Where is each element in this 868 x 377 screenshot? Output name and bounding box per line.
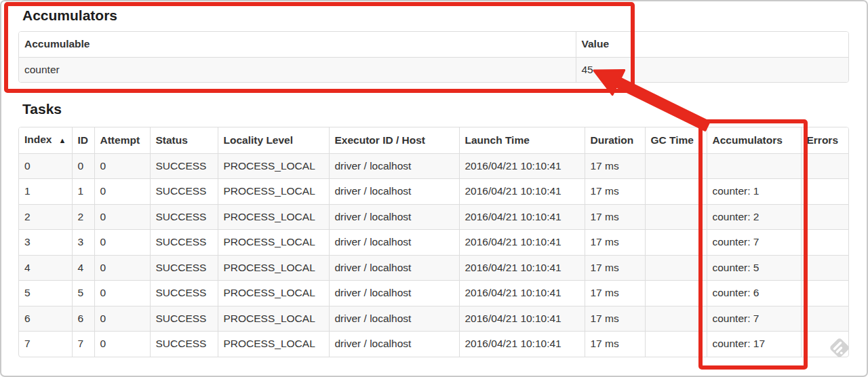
accumulable-column-header[interactable]: Accumulable bbox=[19, 32, 576, 57]
task-cell-executor-id-host: driver / localhost bbox=[329, 281, 459, 306]
task-cell-attempt: 0 bbox=[94, 281, 150, 306]
task-cell-locality-level: PROCESS_LOCAL bbox=[218, 255, 329, 281]
accumulators-column-header[interactable]: Accumulators bbox=[707, 127, 801, 153]
task-row: 440SUCCESSPROCESS_LOCALdriver / localhos… bbox=[19, 255, 848, 281]
task-cell-accumulators: counter: 1 bbox=[707, 179, 801, 205]
task-row: 770SUCCESSPROCESS_LOCALdriver / localhos… bbox=[19, 332, 848, 357]
task-cell-duration: 17 ms bbox=[585, 204, 645, 230]
task-cell-gc-time bbox=[645, 153, 707, 179]
task-cell-duration: 17 ms bbox=[585, 306, 645, 332]
task-cell-index: 6 bbox=[19, 306, 72, 332]
task-cell-errors bbox=[801, 281, 848, 306]
task-cell-launch-time: 2016/04/21 10:10:41 bbox=[459, 281, 585, 306]
accumulators-header-row: Accumulable Value bbox=[19, 32, 848, 57]
sort-ascending-icon: ▲ bbox=[58, 136, 66, 144]
accumulator-row: counter 45 bbox=[19, 57, 848, 82]
accumulators-table: Accumulable Value counter 45 bbox=[18, 31, 849, 83]
task-cell-duration: 17 ms bbox=[585, 332, 645, 357]
task-cell-attempt: 0 bbox=[94, 255, 150, 281]
locality-level-column-header[interactable]: Locality Level bbox=[218, 127, 329, 153]
task-cell-accumulators: counter: 5 bbox=[707, 255, 801, 281]
task-cell-id: 2 bbox=[72, 204, 94, 230]
task-cell-id: 7 bbox=[72, 332, 94, 357]
task-row: 000SUCCESSPROCESS_LOCALdriver / localhos… bbox=[19, 153, 848, 179]
task-cell-gc-time bbox=[645, 179, 707, 205]
task-cell-duration: 17 ms bbox=[585, 179, 645, 205]
task-cell-id: 5 bbox=[72, 281, 94, 306]
task-cell-errors bbox=[801, 204, 848, 230]
task-cell-accumulators: counter: 6 bbox=[707, 281, 801, 306]
task-cell-index: 2 bbox=[19, 204, 72, 230]
task-cell-launch-time: 2016/04/21 10:10:41 bbox=[459, 255, 585, 281]
task-cell-locality-level: PROCESS_LOCAL bbox=[218, 204, 329, 230]
task-cell-errors bbox=[801, 332, 848, 357]
task-row: 330SUCCESSPROCESS_LOCALdriver / localhos… bbox=[19, 230, 848, 256]
task-cell-index: 4 bbox=[19, 255, 72, 281]
task-cell-locality-level: PROCESS_LOCAL bbox=[218, 281, 329, 306]
task-cell-errors bbox=[801, 306, 848, 332]
task-cell-index: 5 bbox=[19, 281, 72, 306]
task-row: 110SUCCESSPROCESS_LOCALdriver / localhos… bbox=[19, 179, 848, 205]
task-cell-launch-time: 2016/04/21 10:10:41 bbox=[459, 153, 585, 179]
task-cell-accumulators: counter: 7 bbox=[707, 230, 801, 256]
task-cell-index: 1 bbox=[19, 179, 72, 205]
task-cell-status: SUCCESS bbox=[150, 281, 218, 306]
task-cell-duration: 17 ms bbox=[585, 230, 645, 256]
task-cell-gc-time bbox=[645, 204, 707, 230]
task-cell-attempt: 0 bbox=[94, 153, 150, 179]
task-cell-locality-level: PROCESS_LOCAL bbox=[218, 306, 329, 332]
task-cell-executor-id-host: driver / localhost bbox=[329, 332, 459, 357]
task-cell-id: 4 bbox=[72, 255, 94, 281]
task-cell-id: 6 bbox=[72, 306, 94, 332]
task-cell-id: 3 bbox=[72, 230, 94, 256]
task-cell-errors bbox=[801, 179, 848, 205]
accumulable-name-cell: counter bbox=[19, 57, 576, 82]
spark-stage-detail-page: Accumulators Accumulable Value counter 4… bbox=[0, 0, 868, 357]
tasks-table-body: 000SUCCESSPROCESS_LOCALdriver / localhos… bbox=[19, 153, 848, 357]
task-cell-status: SUCCESS bbox=[150, 179, 218, 205]
task-cell-accumulators: counter: 7 bbox=[707, 306, 801, 332]
task-cell-id: 0 bbox=[72, 153, 94, 179]
launch-time-column-header[interactable]: Launch Time bbox=[459, 127, 585, 153]
task-cell-gc-time bbox=[645, 332, 707, 357]
executor-id-host-column-header[interactable]: Executor ID / Host bbox=[329, 127, 459, 153]
task-cell-executor-id-host: driver / localhost bbox=[329, 230, 459, 256]
task-cell-executor-id-host: driver / localhost bbox=[329, 204, 459, 230]
tasks-header-row: Index▲ ID Attempt Status Locality Level … bbox=[19, 127, 848, 153]
status-column-header[interactable]: Status bbox=[150, 127, 218, 153]
task-cell-accumulators: counter: 17 bbox=[707, 332, 801, 357]
accumulators-section-title: Accumulators bbox=[22, 8, 868, 23]
tasks-section-title: Tasks bbox=[22, 102, 868, 117]
value-column-header[interactable]: Value bbox=[576, 32, 848, 57]
task-row: 660SUCCESSPROCESS_LOCALdriver / localhos… bbox=[19, 306, 848, 332]
task-cell-id: 1 bbox=[72, 179, 94, 205]
duration-column-header[interactable]: Duration bbox=[585, 127, 645, 153]
errors-column-header[interactable]: Errors bbox=[801, 127, 848, 153]
task-cell-errors bbox=[801, 153, 848, 179]
task-cell-gc-time bbox=[645, 281, 707, 306]
task-cell-attempt: 0 bbox=[94, 306, 150, 332]
task-cell-launch-time: 2016/04/21 10:10:41 bbox=[459, 179, 585, 205]
gc-time-column-header[interactable]: GC Time bbox=[645, 127, 707, 153]
task-cell-status: SUCCESS bbox=[150, 230, 218, 256]
task-cell-executor-id-host: driver / localhost bbox=[329, 306, 459, 332]
task-cell-errors bbox=[801, 255, 848, 281]
task-cell-locality-level: PROCESS_LOCAL bbox=[218, 179, 329, 205]
task-cell-errors bbox=[801, 230, 848, 256]
task-cell-attempt: 0 bbox=[94, 230, 150, 256]
task-cell-locality-level: PROCESS_LOCAL bbox=[218, 153, 329, 179]
task-cell-accumulators: counter: 2 bbox=[707, 204, 801, 230]
attempt-column-header[interactable]: Attempt bbox=[94, 127, 150, 153]
accumulable-value-cell: 45 bbox=[576, 57, 848, 82]
task-cell-duration: 17 ms bbox=[585, 281, 645, 306]
task-cell-locality-level: PROCESS_LOCAL bbox=[218, 332, 329, 357]
index-column-header[interactable]: Index▲ bbox=[19, 127, 72, 153]
task-cell-locality-level: PROCESS_LOCAL bbox=[218, 230, 329, 256]
task-cell-gc-time bbox=[645, 255, 707, 281]
task-cell-attempt: 0 bbox=[94, 332, 150, 357]
task-cell-duration: 17 ms bbox=[585, 153, 645, 179]
task-cell-executor-id-host: driver / localhost bbox=[329, 179, 459, 205]
id-column-header[interactable]: ID bbox=[72, 127, 94, 153]
task-cell-attempt: 0 bbox=[94, 204, 150, 230]
task-cell-index: 7 bbox=[19, 332, 72, 357]
